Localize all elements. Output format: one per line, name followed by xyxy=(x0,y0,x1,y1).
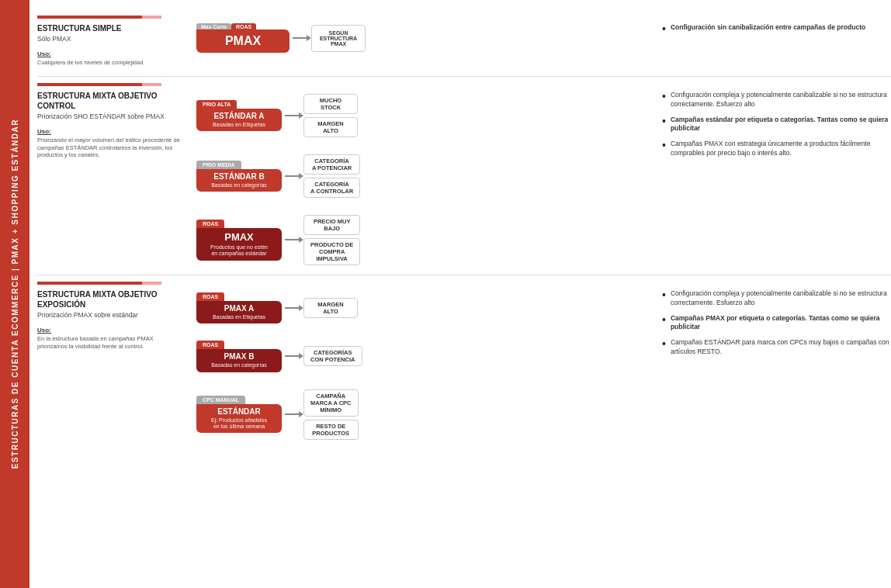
section-simple-left: ESTRUCTURA SIMPLE Sólo PMAX Uso: Cualqui… xyxy=(37,16,192,67)
campaign-desc-pmax-b: Basadas en categorías xyxy=(211,362,267,368)
desc-text-c2: Campañas estándar por etiqueta o categor… xyxy=(671,116,891,134)
campaign-box-estandar-b: ESTÁNDAR B Basadas en categorías xyxy=(196,169,282,192)
campaign-name-estandar-a: ESTÁNDAR A xyxy=(213,112,264,120)
campaign-name-estandar-3: ESTÁNDAR xyxy=(217,407,261,416)
section-exposicion-left: ESTRUCTURA MIXTA OBJETIVO EXPOSICIÓN Pri… xyxy=(37,282,192,351)
bullet-c2: • xyxy=(662,115,666,127)
desc-simple: • Configuración sin canibalización entre… xyxy=(650,16,891,41)
campaign-box-estandar-a: ESTÁNDAR A Basadas en Etiquetas xyxy=(196,109,282,131)
campaign-desc-pmax-a: Basadas en Etiquetas xyxy=(213,314,265,320)
desc-text-simple: Configuración sin canibalización entre c… xyxy=(671,23,865,33)
output-categoria-controlar: CATEGORÍAa controlar xyxy=(303,178,360,198)
desc-text-e1: Configuración compleja y potencialmente … xyxy=(671,289,891,308)
badge-roas-pmax-b: ROAS xyxy=(196,341,224,349)
divider-2 xyxy=(37,275,891,275)
arrow-simple xyxy=(293,37,308,39)
uso-label-3: Uso: xyxy=(37,327,185,334)
campaign-box-estandar-3: ESTÁNDAR Ej: Productos añadidosen los úl… xyxy=(196,404,282,434)
section-control-left: ESTRUCTURA MIXTA OBJETIVO CONTROL Priori… xyxy=(37,83,192,159)
campaign-pmax-2: ROAS PMAX Productos que no esténen campa… xyxy=(196,215,360,265)
campaign-estandar-3: CPC MANUAL ESTÁNDAR Ej: Productos añadid… xyxy=(196,389,362,440)
bullet-e1: • xyxy=(662,289,666,301)
outputs-estandar-a: MUCHOSTOCK MARGENALTO xyxy=(303,94,358,137)
desc-text-c3: Campañas PMAX con estrategia únicamente … xyxy=(671,140,891,158)
campaign-desc-estandar-a: Basadas en Etiquetas xyxy=(213,122,265,128)
outputs-estandar-3: CAMPAÑAMARCA A CPCMÍNIMO RESTO DEPRODUCT… xyxy=(303,389,359,440)
campaign-name-estandar-b: ESTÁNDAR B xyxy=(213,172,265,181)
badge-cpc-manual: CPC MANUAL xyxy=(196,396,245,404)
output-simple-text: SEGÚNESTRUCTURAPMAX xyxy=(320,30,357,47)
campaign-pmax-a: ROAS PMAX A Basadas en Etiquetas MARGENA… xyxy=(196,292,362,323)
badge-roas-2: ROAS xyxy=(196,220,224,228)
arrow-estandar-3 xyxy=(285,413,300,415)
arrow-estandar-b xyxy=(285,175,300,177)
section-bar-2 xyxy=(37,83,146,86)
output-mucho-stock: MUCHOSTOCK xyxy=(303,94,358,114)
arrow-estandar-a xyxy=(285,115,300,116)
bullet-c3: • xyxy=(662,139,666,151)
bullet-simple: • xyxy=(662,22,666,35)
diagram-control: PRIO ALTA ESTÁNDAR A Basadas en Etiqueta… xyxy=(192,83,650,265)
bullet-c1: • xyxy=(662,90,666,102)
desc-exp-1: • Configuración compleja y potencialment… xyxy=(662,289,891,308)
section-control-title: ESTRUCTURA MIXTA OBJETIVO CONTROL xyxy=(37,91,185,111)
desc-control-1: • Configuración compleja y potencialment… xyxy=(662,91,891,109)
output-categoria-potenciar: CATEGORÍAa potenciar xyxy=(303,154,360,175)
arrow-pmax-2 xyxy=(285,239,300,240)
campaign-estandar-b: PRIO MEDIA ESTÁNDAR B Basadas en categor… xyxy=(196,154,360,198)
output-margen-alto-2: MARGENALTO xyxy=(303,298,358,318)
output-precio-bajo: PRECIO MUYBAJO xyxy=(303,215,360,235)
badge-roas-pmax-a: ROAS xyxy=(196,292,224,301)
uso-text-2: Priorizando el mayor volumen del tráfico… xyxy=(37,137,185,159)
desc-exposicion: • Configuración compleja y potencialment… xyxy=(650,282,891,363)
sidebar: ESTRUCTURAS DE CUENTA ECOMMERCE | PMAX +… xyxy=(0,0,29,588)
uso-text-3: En la estructura basada en campañas PMAX… xyxy=(37,335,185,351)
desc-control-3: • Campañas PMAX con estrategia únicament… xyxy=(662,140,891,158)
desc-bold-e2: Campañas PMAX por etiqueta o categorías.… xyxy=(671,314,880,331)
diagram-exposicion: ROAS PMAX A Basadas en Etiquetas MARGENA… xyxy=(192,282,650,440)
arrow-pmax-a xyxy=(285,307,300,309)
campaign-box-pmax-a: PMAX A Basadas en Etiquetas xyxy=(196,301,282,323)
desc-text-c1: Configuración compleja y potencialmente … xyxy=(671,91,891,109)
desc-bold-c2: Campañas estándar por etiqueta o categor… xyxy=(671,116,888,133)
outputs-pmax-a: MARGENALTO xyxy=(303,298,358,318)
bullet-e2: • xyxy=(662,313,666,326)
uso-label-1: Uso: xyxy=(37,50,185,57)
main-content: ESTRUCTURA SIMPLE Sólo PMAX Uso: Cualqui… xyxy=(29,0,891,588)
section-exposicion-title: ESTRUCTURA MIXTA OBJETIVO EXPOSICIÓN xyxy=(37,289,185,310)
section-exposicion-subtitle: Priorización PMAX sobre estándar xyxy=(37,311,185,319)
multi-diagram-exposicion: ROAS PMAX A Basadas en Etiquetas MARGENA… xyxy=(196,285,362,440)
outputs-pmax-2: PRECIO MUYBAJO PRODUCTO DECOMPRAIMPULSIV… xyxy=(303,215,360,265)
pmax-campaign-box: PMAX xyxy=(196,29,289,53)
output-simple: SEGÚNESTRUCTURAPMAX xyxy=(311,25,366,52)
desc-text-e3: Campañas ESTÁNDAR para marca con CPCs mu… xyxy=(671,338,891,357)
arrow-pmax-b xyxy=(285,355,300,357)
desc-bold-simple: Configuración sin canibalización entre c… xyxy=(671,23,865,31)
campaign-box-pmax-b: PMAX B Basadas en categorías xyxy=(196,349,282,372)
campaign-name-pmax-2: PMAX xyxy=(224,231,254,243)
output-categorias-potencia: CATEGORÍASCON POTENCIA xyxy=(303,346,362,366)
desc-control-2: • Campañas estándar por etiqueta o categ… xyxy=(662,116,891,134)
outputs-estandar-b: CATEGORÍAa potenciar CATEGORÍAa controla… xyxy=(303,154,360,198)
desc-exp-3: • Campañas ESTÁNDAR para marca con CPCs … xyxy=(662,338,891,357)
campaign-desc-estandar-b: Basadas en categorías xyxy=(211,182,267,189)
campaign-desc-estandar-3: Ej: Productos añadidosen los última sema… xyxy=(211,417,267,431)
bullet-e3: • xyxy=(662,337,666,350)
section-simple-subtitle: Sólo PMAX xyxy=(37,35,185,43)
diagram-row-simple: Max Conv ROAS PMAX SEGÚNESTRUCTURAPMAX xyxy=(196,23,366,53)
badge-prio-media: PRIO MEDIA xyxy=(196,161,241,169)
uso-label-2: Uso: xyxy=(37,128,185,135)
section-control-subtitle: Priorización SHO ESTÁNDAR sobre PMAX xyxy=(37,112,185,120)
section-simple: ESTRUCTURA SIMPLE Sólo PMAX Uso: Cualqui… xyxy=(37,8,891,67)
desc-exp-2: • Campañas PMAX por etiqueta o categoría… xyxy=(662,314,891,333)
section-bar-1 xyxy=(37,16,146,19)
section-control: ESTRUCTURA MIXTA OBJETIVO CONTROL Priori… xyxy=(37,83,891,265)
campaign-pmax-b: ROAS PMAX B Basadas en categorías CATEGO… xyxy=(196,341,362,372)
output-margen-alto-1: MARGENALTO xyxy=(303,117,358,137)
desc-item-simple: • Configuración sin canibalización entre… xyxy=(662,23,891,35)
multi-diagram-control: PRIO ALTA ESTÁNDAR A Basadas en Etiqueta… xyxy=(196,86,360,265)
output-campana-marca: CAMPAÑAMARCA A CPCMÍNIMO xyxy=(303,389,359,417)
divider-1 xyxy=(37,76,891,77)
sidebar-label: ESTRUCTURAS DE CUENTA ECOMMERCE | PMAX +… xyxy=(11,119,19,469)
outputs-pmax-b: CATEGORÍASCON POTENCIA xyxy=(303,346,362,366)
